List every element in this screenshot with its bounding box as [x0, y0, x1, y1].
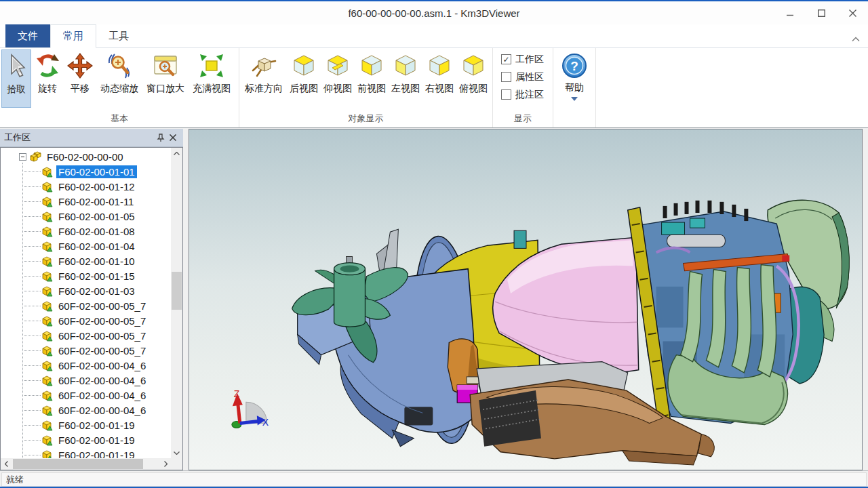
collapse-minus-icon[interactable]: [19, 153, 26, 161]
tree-item[interactable]: F60-02-00-01-19: [1, 432, 171, 447]
tree-item[interactable]: 60F-02-00-00-05_7: [1, 298, 171, 313]
tree-item-label: 60F-02-00-00-04_6: [56, 359, 148, 372]
tab-tools[interactable]: 工具: [96, 24, 141, 47]
assembly-icon: [30, 151, 41, 163]
tree-item[interactable]: F60-02-00-01-01: [1, 164, 171, 179]
model-3d: Z X: [189, 129, 862, 470]
tree-item[interactable]: 60F-02-00-00-04_6: [1, 388, 171, 403]
right-view-button[interactable]: 右视图: [422, 49, 456, 108]
pan-icon: [66, 52, 94, 79]
part-icon: [41, 300, 53, 312]
rotate-icon: [34, 52, 61, 79]
tab-common[interactable]: 常用: [50, 24, 96, 48]
pan-button[interactable]: 平移: [64, 49, 96, 108]
annotations-checkbox-box[interactable]: ✓: [501, 89, 511, 100]
tree-item[interactable]: F60-02-00-01-15: [1, 268, 171, 283]
tree-item-label: F60-02-00-01-19: [56, 449, 137, 459]
horizontal-scroll-thumb[interactable]: [13, 459, 143, 469]
checkbox-workspace[interactable]: ✓ 工作区: [501, 52, 547, 66]
window-zoom-button[interactable]: 窗口放大: [142, 49, 189, 108]
scroll-down-button[interactable]: [171, 447, 182, 458]
scroll-right-button[interactable]: [160, 458, 171, 470]
tree-item[interactable]: F60-02-00-01-03: [1, 283, 171, 298]
tree-item[interactable]: 60F-02-00-00-04_6: [1, 358, 171, 373]
fit-view-button[interactable]: 充满视图: [189, 49, 235, 108]
tree-connector: [24, 201, 41, 202]
part-icon: [41, 390, 53, 401]
part-icon: [41, 211, 53, 222]
tree-item[interactable]: 60F-02-00-00-04_6: [1, 403, 171, 418]
chevron-left-icon: [5, 461, 8, 467]
part-icon: [41, 270, 53, 282]
part-icon: [41, 330, 53, 342]
checkbox-properties[interactable]: ✓ 属性区: [501, 70, 547, 84]
tree-items: F60-02-00-00-00 F60-02-00-01-01F60-02-00…: [1, 149, 171, 458]
tree-root-row[interactable]: F60-02-00-00-00: [1, 149, 171, 164]
pick-button[interactable]: 拾取: [1, 49, 31, 108]
scroll-up-button[interactable]: [171, 148, 182, 159]
status-text: 就绪: [1, 472, 867, 487]
tree-item[interactable]: F60-02-00-01-11: [1, 194, 171, 209]
properties-checkbox-box[interactable]: ✓: [501, 72, 511, 82]
dynamic-zoom-button[interactable]: 动态缩放: [96, 49, 142, 108]
tree-item-label: 60F-02-00-00-04_6: [56, 374, 148, 387]
tab-file[interactable]: 文件: [5, 24, 50, 47]
viewport-3d[interactable]: Z X: [189, 129, 863, 470]
tree-item-label: 60F-02-00-00-05_7: [56, 300, 148, 312]
back-view-button[interactable]: 后视图: [287, 49, 321, 108]
maximize-button[interactable]: [806, 2, 837, 24]
tree-item[interactable]: 60F-02-00-00-05_7: [1, 328, 171, 343]
top-view-button[interactable]: 俯视图: [456, 49, 490, 108]
group-label-object-display: 对象显示: [241, 110, 491, 127]
standard-orientation-button[interactable]: 标准方向: [241, 49, 287, 108]
ribbon-collapse-button[interactable]: [852, 33, 860, 45]
panel-splitter[interactable]: [183, 129, 189, 470]
tree-vertical-scrollbar[interactable]: [171, 148, 182, 458]
minimize-button[interactable]: [774, 2, 806, 24]
tree-item[interactable]: 60F-02-00-00-05_7: [1, 313, 171, 328]
tree-item-label: F60-02-00-01-04: [56, 240, 137, 253]
tree-item[interactable]: F60-02-00-01-04: [1, 239, 171, 253]
tree-item[interactable]: F60-02-00-01-19: [1, 418, 171, 432]
vertical-scroll-thumb[interactable]: [172, 272, 182, 310]
workspace-checkbox-box[interactable]: ✓: [501, 54, 511, 64]
bottom-view-button[interactable]: 仰视图: [321, 49, 355, 108]
tree-item[interactable]: F60-02-00-01-12: [1, 179, 171, 194]
model-part-teal-nub: [514, 230, 526, 248]
tree-item[interactable]: F60-02-00-01-08: [1, 224, 171, 239]
pin-icon: [157, 134, 165, 142]
status-bar: 就绪: [0, 470, 868, 488]
right-view-cube-icon: [426, 52, 453, 79]
group-label-basic: 基本: [1, 110, 237, 127]
ribbon-group-object-display: 标准方向 后视图 仰视图 前视图 左视图: [239, 48, 493, 127]
axis-triad: Z X: [232, 388, 269, 428]
tree-horizontal-scrollbar[interactable]: [1, 458, 171, 470]
tree-item[interactable]: F60-02-00-01-10: [1, 253, 171, 268]
rotate-button[interactable]: 旋转: [31, 49, 64, 108]
tree-item[interactable]: F60-02-00-01-19: [1, 447, 171, 458]
pin-button[interactable]: [155, 131, 167, 144]
ribbon-tab-bar: 文件 常用 工具: [0, 24, 868, 48]
tree-connector: [24, 186, 41, 187]
tree-connector: [24, 350, 41, 351]
tree-connector: [24, 261, 41, 262]
part-icon: [41, 360, 53, 371]
tree-item[interactable]: 60F-02-00-00-05_7: [1, 343, 171, 358]
panel-close-button[interactable]: [167, 131, 179, 144]
group-label-display: 显示: [494, 110, 551, 127]
checkbox-annotations[interactable]: ✓ 批注区: [501, 87, 547, 102]
help-button[interactable]: ? 帮助: [553, 48, 596, 127]
tree-item-label: F60-02-00-01-10: [56, 255, 137, 268]
tree-item[interactable]: 60F-02-00-00-04_6: [1, 373, 171, 388]
ribbon-group-display: ✓ 工作区 ✓ 属性区 ✓ 批注区 显示: [493, 48, 553, 127]
scrollbar-corner: [171, 458, 182, 470]
close-button[interactable]: [837, 2, 868, 24]
tree-connector: [24, 410, 41, 411]
left-view-button[interactable]: 左视图: [389, 49, 422, 108]
tree-connector: [24, 395, 41, 396]
tree-connector: [24, 276, 41, 277]
tree-item[interactable]: F60-02-00-01-05: [1, 209, 171, 224]
scroll-left-button[interactable]: [1, 458, 12, 470]
tree-connector: [24, 336, 41, 336]
front-view-button[interactable]: 前视图: [355, 49, 389, 108]
